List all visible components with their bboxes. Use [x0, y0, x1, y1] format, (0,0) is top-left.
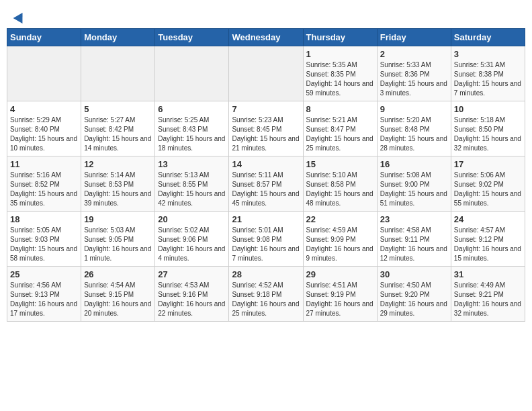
- weekday-header: Tuesday: [155, 29, 229, 46]
- calendar-cell: [229, 46, 303, 101]
- day-info: Sunrise: 5:25 AMSunset: 8:43 PMDaylight:…: [158, 116, 226, 153]
- calendar-cell: 23Sunrise: 4:58 AMSunset: 9:11 PMDayligh…: [377, 212, 451, 267]
- day-info: Sunrise: 5:35 AMSunset: 8:35 PMDaylight:…: [306, 60, 374, 98]
- weekday-header: Wednesday: [229, 29, 303, 46]
- day-number: 26: [84, 269, 152, 279]
- day-number: 14: [232, 159, 300, 169]
- page-header: [7, 7, 525, 26]
- calendar-cell: [7, 46, 81, 101]
- calendar-cell: 27Sunrise: 4:53 AMSunset: 9:16 PMDayligh…: [155, 267, 229, 322]
- day-number: 11: [10, 159, 78, 169]
- day-info: Sunrise: 5:08 AMSunset: 9:00 PMDaylight:…: [380, 171, 448, 208]
- calendar-cell: 28Sunrise: 4:52 AMSunset: 9:18 PMDayligh…: [229, 267, 303, 322]
- day-info: Sunrise: 5:21 AMSunset: 8:47 PMDaylight:…: [306, 116, 374, 153]
- day-info: Sunrise: 4:51 AMSunset: 9:19 PMDaylight:…: [306, 281, 374, 318]
- calendar-cell: 30Sunrise: 4:50 AMSunset: 9:20 PMDayligh…: [377, 267, 451, 322]
- calendar-cell: 10Sunrise: 5:18 AMSunset: 8:50 PMDayligh…: [451, 101, 525, 156]
- day-number: 9: [380, 104, 448, 114]
- calendar-cell: 4Sunrise: 5:29 AMSunset: 8:40 PMDaylight…: [7, 101, 81, 156]
- calendar-cell: 19Sunrise: 5:03 AMSunset: 9:05 PMDayligh…: [81, 212, 155, 267]
- day-number: 16: [380, 159, 448, 169]
- day-number: 22: [306, 214, 374, 224]
- calendar-cell: 12Sunrise: 5:14 AMSunset: 8:53 PMDayligh…: [81, 156, 155, 212]
- day-number: 3: [454, 49, 522, 59]
- calendar-cell: 5Sunrise: 5:27 AMSunset: 8:42 PMDaylight…: [81, 101, 155, 156]
- day-info: Sunrise: 5:11 AMSunset: 8:57 PMDaylight:…: [232, 171, 300, 208]
- calendar-cell: 21Sunrise: 5:01 AMSunset: 9:08 PMDayligh…: [229, 212, 303, 267]
- day-number: 13: [158, 159, 226, 169]
- day-number: 29: [306, 269, 374, 279]
- logo-triangle-icon: [13, 10, 28, 24]
- calendar-cell: 26Sunrise: 4:54 AMSunset: 9:15 PMDayligh…: [81, 267, 155, 322]
- weekday-header: Friday: [377, 29, 451, 46]
- calendar-cell: 16Sunrise: 5:08 AMSunset: 9:00 PMDayligh…: [377, 156, 451, 212]
- day-info: Sunrise: 5:23 AMSunset: 8:45 PMDaylight:…: [232, 116, 300, 153]
- calendar-cell: 22Sunrise: 4:59 AMSunset: 9:09 PMDayligh…: [303, 212, 377, 267]
- day-info: Sunrise: 5:33 AMSunset: 8:36 PMDaylight:…: [380, 60, 448, 98]
- day-info: Sunrise: 5:03 AMSunset: 9:05 PMDaylight:…: [84, 226, 152, 263]
- day-number: 23: [380, 214, 448, 224]
- weekday-header: Monday: [81, 29, 155, 46]
- calendar-week-row: 25Sunrise: 4:56 AMSunset: 9:13 PMDayligh…: [7, 267, 525, 322]
- weekday-header: Sunday: [7, 29, 81, 46]
- calendar-week-row: 18Sunrise: 5:05 AMSunset: 9:03 PMDayligh…: [7, 212, 525, 267]
- day-info: Sunrise: 4:54 AMSunset: 9:15 PMDaylight:…: [84, 281, 152, 318]
- day-info: Sunrise: 5:05 AMSunset: 9:03 PMDaylight:…: [10, 226, 78, 263]
- day-number: 20: [158, 214, 226, 224]
- day-info: Sunrise: 4:53 AMSunset: 9:16 PMDaylight:…: [158, 281, 226, 318]
- calendar-cell: 3Sunrise: 5:31 AMSunset: 8:38 PMDaylight…: [451, 46, 525, 101]
- day-number: 10: [454, 104, 522, 114]
- calendar-cell: 11Sunrise: 5:16 AMSunset: 8:52 PMDayligh…: [7, 156, 81, 212]
- day-number: 7: [232, 104, 300, 114]
- day-info: Sunrise: 4:49 AMSunset: 9:21 PMDaylight:…: [454, 281, 522, 318]
- calendar-week-row: 4Sunrise: 5:29 AMSunset: 8:40 PMDaylight…: [7, 101, 525, 156]
- day-info: Sunrise: 4:56 AMSunset: 9:13 PMDaylight:…: [10, 281, 78, 318]
- calendar-cell: 14Sunrise: 5:11 AMSunset: 8:57 PMDayligh…: [229, 156, 303, 212]
- day-info: Sunrise: 5:14 AMSunset: 8:53 PMDaylight:…: [84, 171, 152, 208]
- calendar-cell: [81, 46, 155, 101]
- calendar-cell: [155, 46, 229, 101]
- day-info: Sunrise: 5:27 AMSunset: 8:42 PMDaylight:…: [84, 116, 152, 153]
- calendar-cell: 15Sunrise: 5:10 AMSunset: 8:58 PMDayligh…: [303, 156, 377, 212]
- day-number: 18: [10, 214, 78, 224]
- day-info: Sunrise: 5:29 AMSunset: 8:40 PMDaylight:…: [10, 116, 78, 153]
- weekday-header: Thursday: [303, 29, 377, 46]
- logo: [13, 12, 26, 21]
- calendar-cell: 24Sunrise: 4:57 AMSunset: 9:12 PMDayligh…: [451, 212, 525, 267]
- calendar-cell: 29Sunrise: 4:51 AMSunset: 9:19 PMDayligh…: [303, 267, 377, 322]
- day-number: 31: [454, 269, 522, 279]
- day-number: 8: [306, 104, 374, 114]
- calendar-cell: 8Sunrise: 5:21 AMSunset: 8:47 PMDaylight…: [303, 101, 377, 156]
- calendar-cell: 1Sunrise: 5:35 AMSunset: 8:35 PMDaylight…: [303, 46, 377, 101]
- day-number: 17: [454, 159, 522, 169]
- day-number: 5: [84, 104, 152, 114]
- day-number: 30: [380, 269, 448, 279]
- day-number: 27: [158, 269, 226, 279]
- calendar-cell: 31Sunrise: 4:49 AMSunset: 9:21 PMDayligh…: [451, 267, 525, 322]
- day-info: Sunrise: 5:20 AMSunset: 8:48 PMDaylight:…: [380, 116, 448, 153]
- calendar-cell: 7Sunrise: 5:23 AMSunset: 8:45 PMDaylight…: [229, 101, 303, 156]
- day-number: 12: [84, 159, 152, 169]
- day-info: Sunrise: 5:02 AMSunset: 9:06 PMDaylight:…: [158, 226, 226, 263]
- calendar-cell: 20Sunrise: 5:02 AMSunset: 9:06 PMDayligh…: [155, 212, 229, 267]
- weekday-header: Saturday: [451, 29, 525, 46]
- calendar-cell: 17Sunrise: 5:06 AMSunset: 9:02 PMDayligh…: [451, 156, 525, 212]
- day-info: Sunrise: 4:52 AMSunset: 9:18 PMDaylight:…: [232, 281, 300, 318]
- day-number: 15: [306, 159, 374, 169]
- calendar-cell: 2Sunrise: 5:33 AMSunset: 8:36 PMDaylight…: [377, 46, 451, 101]
- day-number: 21: [232, 214, 300, 224]
- day-info: Sunrise: 5:10 AMSunset: 8:58 PMDaylight:…: [306, 171, 374, 208]
- day-info: Sunrise: 5:01 AMSunset: 9:08 PMDaylight:…: [232, 226, 300, 263]
- calendar-cell: 25Sunrise: 4:56 AMSunset: 9:13 PMDayligh…: [7, 267, 81, 322]
- day-info: Sunrise: 4:50 AMSunset: 9:20 PMDaylight:…: [380, 281, 448, 318]
- day-number: 4: [10, 104, 78, 114]
- day-info: Sunrise: 4:57 AMSunset: 9:12 PMDaylight:…: [454, 226, 522, 263]
- day-info: Sunrise: 5:16 AMSunset: 8:52 PMDaylight:…: [10, 171, 78, 208]
- day-number: 24: [454, 214, 522, 224]
- day-number: 1: [306, 49, 374, 59]
- calendar-header-row: SundayMondayTuesdayWednesdayThursdayFrid…: [7, 29, 525, 46]
- calendar-cell: 13Sunrise: 5:13 AMSunset: 8:55 PMDayligh…: [155, 156, 229, 212]
- day-number: 19: [84, 214, 152, 224]
- calendar-cell: 9Sunrise: 5:20 AMSunset: 8:48 PMDaylight…: [377, 101, 451, 156]
- day-info: Sunrise: 5:31 AMSunset: 8:38 PMDaylight:…: [454, 60, 522, 98]
